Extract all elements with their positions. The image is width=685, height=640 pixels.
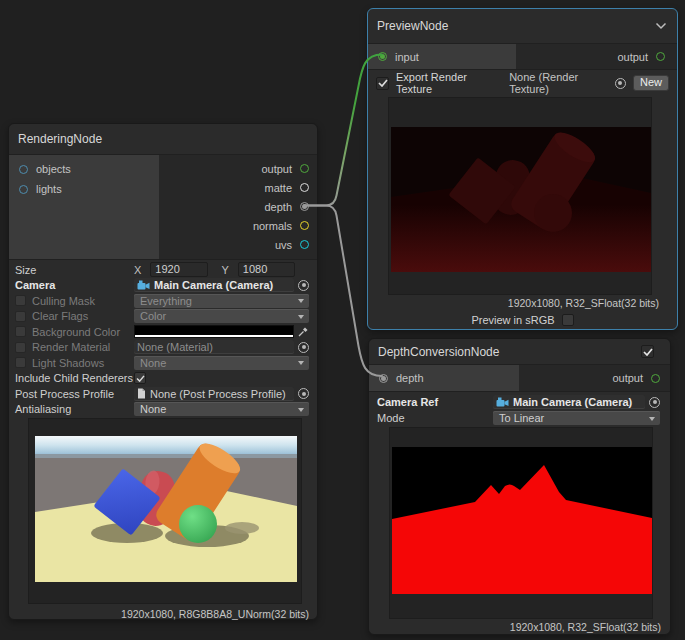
- port-depth-input[interactable]: [379, 374, 388, 383]
- port-row-uvs: uvs: [159, 235, 317, 254]
- checkmark-icon: [136, 375, 145, 382]
- include-child-renderers-checkbox[interactable]: [134, 372, 146, 384]
- clear-flags-checkbox[interactable]: [15, 311, 26, 322]
- size-x-input[interactable]: 1920: [150, 262, 207, 277]
- camera-object-field[interactable]: Main Camera (Camera): [134, 278, 294, 292]
- clear-flags-dropdown[interactable]: Color: [134, 309, 309, 323]
- camera-icon: [137, 280, 150, 290]
- light-shadows-checkbox[interactable]: [15, 357, 26, 368]
- port-row-lights: lights: [9, 179, 159, 199]
- depth-conversion-node-preview-caption: 1920x1080, R32_SFloat(32 bits): [510, 621, 661, 633]
- port-row-output: output: [159, 159, 317, 178]
- preview-node-preview-caption: 1920x1080, R32_SFloat(32 bits): [508, 297, 659, 309]
- x-axis-label: X: [134, 264, 141, 276]
- post-process-profile-picker-icon[interactable]: [298, 388, 309, 399]
- port-matte[interactable]: [300, 183, 309, 192]
- prop-row-camera-ref: Camera Ref Main Camera (Camera): [369, 394, 670, 410]
- depth-conversion-node-preview: [389, 427, 653, 619]
- prop-row-camera: Camera Main Camera (Camera): [9, 278, 317, 294]
- depth-conversion-node-titlebar[interactable]: DepthConversionNode: [369, 339, 670, 365]
- camera-picker-icon[interactable]: [298, 280, 309, 291]
- port-output-label: output: [612, 372, 643, 384]
- port-row-objects: objects: [9, 159, 159, 179]
- mode-dropdown[interactable]: To Linear: [493, 411, 660, 425]
- port-output-label: output: [261, 163, 292, 175]
- prop-row-culling-mask: Culling Mask Everything: [9, 293, 317, 309]
- render-material-object-field[interactable]: None (Material): [134, 340, 294, 354]
- camera-label: Camera: [15, 279, 55, 291]
- render-material-checkbox[interactable]: [15, 342, 26, 353]
- rendering-node-properties: Size X 1920 Y 1080 Camera Main Camera (C…: [9, 260, 317, 417]
- y-axis-label: Y: [222, 264, 229, 276]
- chevron-down-icon[interactable]: [655, 22, 667, 30]
- port-input[interactable]: [378, 52, 387, 61]
- export-render-texture-row: Export Render Texture None (Render Textu…: [368, 72, 677, 94]
- culling-mask-checkbox[interactable]: [15, 295, 26, 306]
- background-color-label: Background Color: [32, 326, 120, 338]
- document-icon: [137, 388, 146, 399]
- port-output[interactable]: [651, 374, 660, 383]
- post-process-profile-object-field[interactable]: None (Post Process Profile): [134, 387, 294, 401]
- light-shadows-dropdown[interactable]: None: [134, 356, 309, 370]
- port-output[interactable]: [656, 52, 665, 61]
- antialiasing-label: Antialiasing: [15, 403, 71, 415]
- render-material-picker-icon[interactable]: [298, 342, 309, 353]
- background-color-swatch[interactable]: [134, 325, 294, 338]
- node-enabled-checkbox[interactable]: [641, 345, 654, 358]
- new-render-texture-button[interactable]: New: [633, 75, 669, 91]
- port-matte-label: matte: [264, 182, 292, 194]
- port-lights-label: lights: [36, 183, 62, 195]
- camera-icon: [496, 397, 509, 407]
- prop-row-clear-flags: Clear Flags Color: [9, 309, 317, 325]
- camera-ref-picker-icon[interactable]: [649, 397, 660, 408]
- export-render-texture-checkbox[interactable]: [376, 77, 389, 90]
- export-render-texture-value[interactable]: None (Render Texture): [509, 71, 615, 95]
- prop-row-antialiasing: Antialiasing None: [9, 402, 317, 418]
- port-depth[interactable]: [300, 202, 309, 211]
- size-y-input[interactable]: 1080: [238, 262, 295, 277]
- rendering-node[interactable]: RenderingNode objects lights output matt…: [8, 123, 318, 620]
- render-material-label: Render Material: [32, 341, 110, 353]
- prop-row-render-material: Render Material None (Material): [9, 340, 317, 356]
- depth-conversion-node-title: DepthConversionNode: [378, 345, 499, 359]
- preview-node[interactable]: PreviewNode input output Export Render T…: [367, 8, 678, 330]
- render-texture-picker-icon[interactable]: [615, 78, 626, 89]
- camera-ref-object-field[interactable]: Main Camera (Camera): [493, 395, 645, 409]
- include-child-renderers-label: Include Child Renderers: [15, 372, 133, 384]
- rendering-node-ports: objects lights output matte depth normal…: [9, 155, 317, 260]
- port-depth-input-label: depth: [396, 372, 424, 384]
- port-row-output: output: [516, 44, 677, 69]
- camera-ref-label: Camera Ref: [377, 396, 438, 408]
- depth-conversion-node-ports: depth output: [369, 365, 670, 392]
- checkmark-icon: [378, 79, 388, 87]
- port-uvs[interactable]: [300, 240, 309, 249]
- antialiasing-dropdown[interactable]: None: [134, 402, 309, 416]
- rendering-node-titlebar[interactable]: RenderingNode: [9, 124, 317, 155]
- background-color-checkbox[interactable]: [15, 326, 26, 337]
- preview-node-titlebar[interactable]: PreviewNode: [368, 9, 677, 44]
- port-normals-label: normals: [253, 220, 292, 232]
- port-row-normals: normals: [159, 216, 317, 235]
- node-graph-canvas[interactable]: { "colors": { "canvas_bg": "#202020", "n…: [0, 0, 685, 640]
- prop-row-mode: Mode To Linear: [369, 410, 670, 426]
- port-objects[interactable]: [19, 165, 28, 174]
- linear-depth-preview-image: [392, 447, 652, 594]
- depth-conversion-node[interactable]: DepthConversionNode depth output Camera …: [368, 338, 671, 635]
- culling-mask-dropdown[interactable]: Everything: [134, 294, 309, 308]
- port-normals[interactable]: [300, 221, 309, 230]
- depth-scene-preview-image: [391, 127, 651, 272]
- port-lights[interactable]: [19, 185, 28, 194]
- port-output[interactable]: [300, 164, 309, 173]
- preview-in-srgb-label: Preview in sRGB: [471, 314, 554, 326]
- size-label: Size: [15, 264, 36, 276]
- preview-in-srgb-checkbox[interactable]: [562, 314, 574, 326]
- rendering-node-preview-caption: 1920x1080, R8G8B8A8_UNorm(32 bits): [121, 608, 309, 620]
- culling-mask-label: Culling Mask: [32, 295, 95, 307]
- clear-flags-label: Clear Flags: [32, 310, 88, 322]
- eyedropper-icon[interactable]: [298, 326, 309, 337]
- port-uvs-label: uvs: [275, 239, 292, 251]
- preview-node-preview: [388, 97, 652, 295]
- camera-object-value: Main Camera (Camera): [154, 279, 273, 291]
- port-row-depth: depth: [159, 197, 317, 216]
- port-input-label: input: [395, 51, 419, 63]
